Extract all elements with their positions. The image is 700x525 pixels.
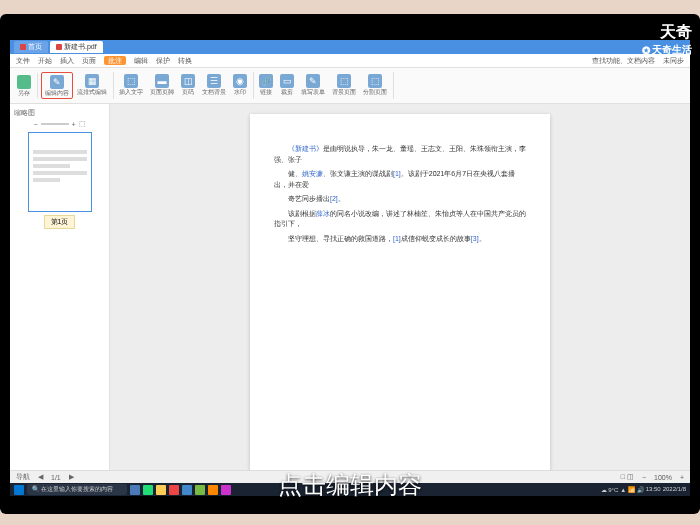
task-view-icon[interactable] (130, 485, 140, 495)
thumb-zoom[interactable]: −+⬚ (33, 120, 85, 128)
explorer-icon[interactable] (156, 485, 166, 495)
tool-插入文字[interactable]: ⬚插入文字 (116, 72, 146, 99)
menu-转换[interactable]: 转换 (178, 57, 192, 64)
menu-保护[interactable]: 保护 (156, 57, 170, 64)
document-canvas[interactable]: 《新建书》是由明说执导，朱一龙、童瑶、王志文、王阳、朱珠领衔主演，李强、张子健、… (110, 104, 690, 470)
app-window: 首页 新建书.pdf 文件开始插入页面批注编辑保护转换 查找功能、文档内容 未同… (10, 40, 690, 496)
home-icon (20, 44, 26, 50)
document-page: 《新建书》是由明说执导，朱一龙、童瑶、王志文、王阳、朱珠领衔主演，李强、张子健、… (250, 114, 550, 470)
fit-controls[interactable]: □ ◫ (621, 473, 634, 481)
app-icon[interactable] (208, 485, 218, 495)
tool-页面页脚[interactable]: ▬页面页脚 (147, 72, 177, 99)
menu-页面[interactable]: 页面 (82, 57, 96, 64)
tool-页码[interactable]: ◫页码 (178, 72, 198, 99)
tool-背景页面[interactable]: ⬚背景页面 (329, 72, 359, 99)
menu-文件[interactable]: 文件 (16, 57, 30, 64)
thumb-page-label: 第1页 (44, 215, 76, 229)
tool-流排式编辑[interactable]: ▦流排式编辑 (74, 72, 110, 99)
video-caption: 点击编辑内容 (278, 469, 422, 501)
tool-编辑内容[interactable]: ✎编辑内容 (41, 72, 73, 99)
taskbar-search[interactable]: 🔍 在这里输入你要搜索的内容 (27, 484, 127, 495)
tab-home[interactable]: 首页 (14, 41, 48, 53)
app-icon[interactable] (221, 485, 231, 495)
tab-document[interactable]: 新建书.pdf (50, 41, 103, 53)
zoom-level[interactable]: 100% (654, 474, 672, 481)
page-thumbnail[interactable] (28, 132, 92, 212)
tool-填写表单[interactable]: ✎填写表单 (298, 72, 328, 99)
menu-编辑[interactable]: 编辑 (134, 57, 148, 64)
tool-链接[interactable]: 🔗链接 (256, 72, 276, 99)
menu-批注[interactable]: 批注 (104, 56, 126, 65)
edge-icon[interactable] (143, 485, 153, 495)
nav-label[interactable]: 导航 (16, 472, 30, 482)
sync-status[interactable]: 未同步 (663, 56, 684, 66)
weather-widget[interactable]: ☁ 9°C (601, 486, 619, 493)
app-icon[interactable] (169, 485, 179, 495)
titlebar: 首页 新建书.pdf (10, 40, 690, 54)
workspace: 缩略图 −+⬚ 第1页 《新建书》是由明说执导，朱一龙、童瑶、王志文、王阳、朱珠… (10, 104, 690, 470)
tool-分割页面[interactable]: ⬚分割页面 (360, 72, 390, 99)
menu-插入[interactable]: 插入 (60, 57, 74, 64)
menubar: 文件开始插入页面批注编辑保护转换 查找功能、文档内容 未同步 (10, 54, 690, 68)
watermark: 天奇 天奇生活 (642, 22, 692, 57)
sidebar-title: 缩略图 (14, 108, 35, 118)
save-as-button[interactable]: 另存 (14, 73, 34, 98)
app-icon[interactable] (195, 485, 205, 495)
pdf-icon (56, 44, 62, 50)
page-indicator[interactable]: 1/1 (51, 474, 61, 481)
date[interactable]: 2022/1/8 (663, 486, 686, 493)
thumbnail-panel: 缩略图 −+⬚ 第1页 (10, 104, 110, 470)
clock[interactable]: 13:50 (646, 486, 661, 493)
start-button[interactable] (14, 485, 24, 495)
app-icon[interactable] (182, 485, 192, 495)
tool-文档背景[interactable]: ☰文档背景 (199, 72, 229, 99)
menu-开始[interactable]: 开始 (38, 57, 52, 64)
tool-裁剪[interactable]: ▭裁剪 (277, 72, 297, 99)
tool-水印[interactable]: ◉水印 (230, 72, 250, 99)
search-hint[interactable]: 查找功能、文档内容 (592, 56, 655, 66)
ribbon-toolbar: 另存 ✎编辑内容▦流排式编辑⬚插入文字▬页面页脚◫页码☰文档背景◉水印🔗链接▭裁… (10, 68, 690, 104)
